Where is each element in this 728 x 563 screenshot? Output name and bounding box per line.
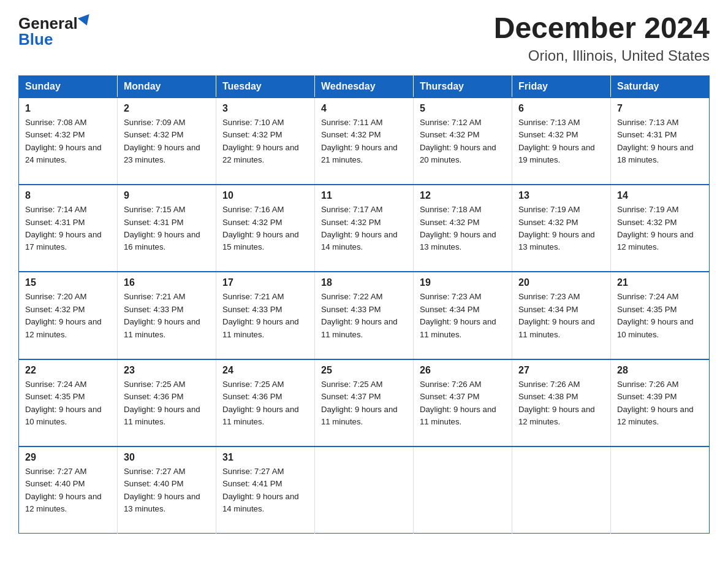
day-number: 2 [124,103,210,114]
calendar-header-thursday: Thursday [414,75,512,98]
day-number: 10 [222,190,308,201]
day-info: Sunrise: 7:13 AM Sunset: 4:31 PM Dayligh… [617,117,703,179]
day-info: Sunrise: 7:26 AM Sunset: 4:39 PM Dayligh… [617,378,703,441]
day-info: Sunrise: 7:15 AM Sunset: 4:31 PM Dayligh… [124,204,210,266]
day-number: 24 [222,365,308,376]
day-info: Sunrise: 7:20 AM Sunset: 4:32 PM Dayligh… [25,291,111,353]
day-number: 29 [25,452,111,463]
day-number: 25 [321,365,407,376]
day-number: 11 [321,190,407,201]
calendar-day-cell: 17 Sunrise: 7:21 AM Sunset: 4:33 PM Dayl… [216,272,315,359]
day-number: 22 [25,365,111,376]
calendar-day-cell: 30 Sunrise: 7:27 AM Sunset: 4:40 PM Dayl… [118,446,216,534]
calendar-day-cell: 10 Sunrise: 7:16 AM Sunset: 4:32 PM Dayl… [216,185,315,272]
day-number: 6 [518,103,604,114]
day-number: 18 [321,277,407,288]
calendar-day-cell [512,446,611,534]
day-info: Sunrise: 7:21 AM Sunset: 4:33 PM Dayligh… [124,291,210,353]
calendar-day-cell: 2 Sunrise: 7:09 AM Sunset: 4:32 PM Dayli… [118,98,216,185]
day-number: 23 [124,365,210,376]
calendar-day-cell: 29 Sunrise: 7:27 AM Sunset: 4:40 PM Dayl… [19,446,118,534]
page-header: General Blue December 2024 Orion, Illino… [18,12,710,64]
day-info: Sunrise: 7:16 AM Sunset: 4:32 PM Dayligh… [222,204,308,266]
day-number: 31 [222,452,308,463]
calendar-header-row: SundayMondayTuesdayWednesdayThursdayFrid… [19,75,710,98]
calendar-day-cell: 15 Sunrise: 7:20 AM Sunset: 4:32 PM Dayl… [19,272,118,359]
title-block: December 2024 Orion, Illinois, United St… [494,12,710,64]
day-info: Sunrise: 7:19 AM Sunset: 4:32 PM Dayligh… [518,204,604,266]
calendar-day-cell: 16 Sunrise: 7:21 AM Sunset: 4:33 PM Dayl… [118,272,216,359]
calendar-day-cell: 24 Sunrise: 7:25 AM Sunset: 4:36 PM Dayl… [216,359,315,446]
calendar-day-cell: 27 Sunrise: 7:26 AM Sunset: 4:38 PM Dayl… [512,359,611,446]
day-info: Sunrise: 7:27 AM Sunset: 4:40 PM Dayligh… [25,465,111,528]
day-number: 27 [518,365,604,376]
day-number: 4 [321,103,407,114]
day-number: 13 [518,190,604,201]
day-info: Sunrise: 7:27 AM Sunset: 4:41 PM Dayligh… [222,465,308,528]
calendar-day-cell: 11 Sunrise: 7:17 AM Sunset: 4:32 PM Dayl… [315,185,414,272]
day-number: 28 [617,365,703,376]
day-number: 20 [518,277,604,288]
day-info: Sunrise: 7:19 AM Sunset: 4:32 PM Dayligh… [617,204,703,266]
day-info: Sunrise: 7:26 AM Sunset: 4:37 PM Dayligh… [420,378,506,441]
day-number: 7 [617,103,703,114]
calendar-header-wednesday: Wednesday [315,75,414,98]
day-info: Sunrise: 7:23 AM Sunset: 4:34 PM Dayligh… [518,291,604,353]
calendar-day-cell [611,446,710,534]
day-info: Sunrise: 7:27 AM Sunset: 4:40 PM Dayligh… [124,465,210,528]
calendar-day-cell: 7 Sunrise: 7:13 AM Sunset: 4:31 PM Dayli… [611,98,710,185]
calendar-day-cell: 5 Sunrise: 7:12 AM Sunset: 4:32 PM Dayli… [414,98,512,185]
logo-triangle-icon [78,14,93,28]
logo-blue: Blue [18,31,53,47]
day-info: Sunrise: 7:14 AM Sunset: 4:31 PM Dayligh… [25,204,111,266]
calendar-week-row: 29 Sunrise: 7:27 AM Sunset: 4:40 PM Dayl… [19,446,710,534]
calendar-day-cell: 20 Sunrise: 7:23 AM Sunset: 4:34 PM Dayl… [512,272,611,359]
day-info: Sunrise: 7:08 AM Sunset: 4:32 PM Dayligh… [25,117,111,179]
day-info: Sunrise: 7:10 AM Sunset: 4:32 PM Dayligh… [222,117,308,179]
calendar-week-row: 1 Sunrise: 7:08 AM Sunset: 4:32 PM Dayli… [19,98,710,185]
calendar-day-cell: 22 Sunrise: 7:24 AM Sunset: 4:35 PM Dayl… [19,359,118,446]
day-number: 1 [25,103,111,114]
day-number: 16 [124,277,210,288]
calendar-day-cell: 25 Sunrise: 7:25 AM Sunset: 4:37 PM Dayl… [315,359,414,446]
day-number: 26 [420,365,506,376]
calendar-day-cell: 14 Sunrise: 7:19 AM Sunset: 4:32 PM Dayl… [611,185,710,272]
day-info: Sunrise: 7:23 AM Sunset: 4:34 PM Dayligh… [420,291,506,353]
day-info: Sunrise: 7:25 AM Sunset: 4:36 PM Dayligh… [222,378,308,441]
day-number: 5 [420,103,506,114]
calendar-header-sunday: Sunday [19,75,118,98]
calendar-header-monday: Monday [118,75,216,98]
calendar-header-tuesday: Tuesday [216,75,315,98]
calendar-day-cell: 26 Sunrise: 7:26 AM Sunset: 4:37 PM Dayl… [414,359,512,446]
day-number: 14 [617,190,703,201]
day-number: 12 [420,190,506,201]
logo-general: General [18,15,78,31]
calendar-week-row: 8 Sunrise: 7:14 AM Sunset: 4:31 PM Dayli… [19,185,710,272]
calendar-day-cell: 6 Sunrise: 7:13 AM Sunset: 4:32 PM Dayli… [512,98,611,185]
calendar-day-cell: 3 Sunrise: 7:10 AM Sunset: 4:32 PM Dayli… [216,98,315,185]
calendar-day-cell: 28 Sunrise: 7:26 AM Sunset: 4:39 PM Dayl… [611,359,710,446]
day-info: Sunrise: 7:18 AM Sunset: 4:32 PM Dayligh… [420,204,506,266]
day-number: 9 [124,190,210,201]
day-info: Sunrise: 7:26 AM Sunset: 4:38 PM Dayligh… [518,378,604,441]
day-info: Sunrise: 7:22 AM Sunset: 4:33 PM Dayligh… [321,291,407,353]
page-title: December 2024 [494,12,710,45]
day-number: 19 [420,277,506,288]
day-info: Sunrise: 7:25 AM Sunset: 4:36 PM Dayligh… [124,378,210,441]
day-info: Sunrise: 7:13 AM Sunset: 4:32 PM Dayligh… [518,117,604,179]
calendar-day-cell: 13 Sunrise: 7:19 AM Sunset: 4:32 PM Dayl… [512,185,611,272]
calendar-week-row: 15 Sunrise: 7:20 AM Sunset: 4:32 PM Dayl… [19,272,710,359]
day-info: Sunrise: 7:24 AM Sunset: 4:35 PM Dayligh… [617,291,703,353]
day-number: 21 [617,277,703,288]
day-number: 3 [222,103,308,114]
day-info: Sunrise: 7:12 AM Sunset: 4:32 PM Dayligh… [420,117,506,179]
calendar-day-cell: 4 Sunrise: 7:11 AM Sunset: 4:32 PM Dayli… [315,98,414,185]
calendar-day-cell [414,446,512,534]
calendar-day-cell: 8 Sunrise: 7:14 AM Sunset: 4:31 PM Dayli… [19,185,118,272]
calendar-day-cell: 21 Sunrise: 7:24 AM Sunset: 4:35 PM Dayl… [611,272,710,359]
calendar-table: SundayMondayTuesdayWednesdayThursdayFrid… [18,75,710,534]
calendar-day-cell [315,446,414,534]
calendar-day-cell: 12 Sunrise: 7:18 AM Sunset: 4:32 PM Dayl… [414,185,512,272]
day-info: Sunrise: 7:24 AM Sunset: 4:35 PM Dayligh… [25,378,111,441]
day-number: 30 [124,452,210,463]
